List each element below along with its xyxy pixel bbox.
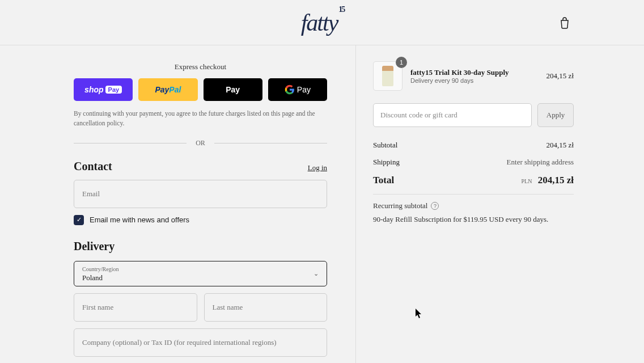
total-row: Total PLN 204,15 zł [373, 175, 574, 186]
brand-name: fatty [301, 10, 338, 36]
country-value: Poland [82, 273, 103, 282]
google-pay-button[interactable]: Pay [268, 78, 327, 101]
delivery-title: Delivery [74, 240, 327, 253]
info-icon[interactable]: ? [431, 202, 439, 210]
subtotal-label: Subtotal [373, 141, 397, 150]
last-name-field[interactable] [204, 293, 328, 322]
product-thumbnail: 1 [373, 61, 402, 91]
express-checkout-title: Express checkout [74, 62, 327, 71]
shipping-label: Shipping [373, 158, 400, 167]
shop-pay-button[interactable]: shop Pay [74, 78, 133, 101]
discount-code-input[interactable] [373, 103, 532, 127]
login-link[interactable]: Log in [308, 163, 327, 172]
first-name-field[interactable] [74, 293, 197, 322]
subtotal-value: 204,15 zł [546, 141, 574, 150]
country-select[interactable]: Country/Region Poland ⌄ [74, 261, 327, 286]
main: Express checkout shop Pay PayPal Pay Pay… [0, 45, 644, 363]
brand-super: 15 [338, 5, 344, 14]
cart-item: 1 fatty15 Trial Kit 30-day Supply Delive… [373, 61, 574, 91]
company-field[interactable] [74, 328, 327, 357]
checkout-form-panel: Express checkout shop Pay PayPal Pay Pay… [0, 45, 355, 363]
subtotal-row: Subtotal 204,15 zł [373, 141, 574, 150]
shipping-value: Enter shipping address [507, 158, 574, 167]
quantity-badge: 1 [396, 57, 407, 68]
divider [373, 194, 574, 195]
newsletter-label: Email me with news and offers [90, 216, 189, 224]
paypal-button[interactable]: PayPal [138, 78, 197, 101]
shipping-row: Shipping Enter shipping address [373, 158, 574, 167]
product-subtitle: Delivery every 90 days [410, 77, 539, 84]
apple-pay-button[interactable]: Pay [204, 78, 262, 101]
express-buttons: shop Pay PayPal Pay Pay [74, 78, 327, 101]
chevron-down-icon: ⌄ [313, 270, 319, 277]
payment-disclaimer: By continuing with your payment, you agr… [74, 109, 327, 129]
recurring-subtotal-row: Recurring subtotal ? [373, 201, 574, 210]
header: fatty15 [0, 0, 644, 45]
order-summary-panel: 1 fatty15 Trial Kit 30-day Supply Delive… [355, 45, 644, 363]
product-name: fatty15 Trial Kit 30-day Supply [410, 68, 539, 77]
currency-code: PLN [522, 178, 532, 184]
email-field[interactable] [74, 180, 327, 208]
contact-title: Contact [74, 160, 112, 173]
or-divider: OR [74, 139, 327, 147]
checkbox-icon: ✓ [74, 215, 84, 225]
product-price: 204,15 zł [546, 71, 574, 81]
apply-button[interactable]: Apply [537, 103, 574, 127]
contact-section-head: Contact Log in [74, 160, 327, 173]
newsletter-checkbox-row[interactable]: ✓ Email me with news and offers [74, 215, 327, 225]
recurring-description: 90-day Refill Subscription for $119.95 U… [373, 215, 574, 224]
total-value: 204,15 zł [538, 175, 574, 185]
recurring-label: Recurring subtotal [373, 201, 427, 210]
cart-icon[interactable] [559, 16, 570, 31]
brand-logo[interactable]: fatty15 [301, 9, 344, 36]
total-label: Total [373, 175, 394, 186]
country-label: Country/Region [82, 266, 319, 272]
